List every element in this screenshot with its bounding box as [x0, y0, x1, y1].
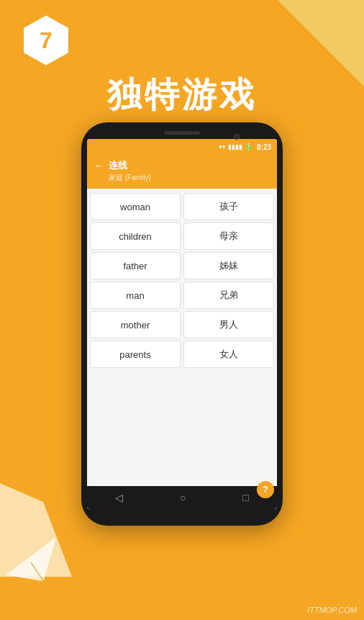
word-cell-left[interactable]: children	[90, 223, 181, 250]
phone-bottom-nav: ◁ ○ □	[87, 486, 277, 509]
badge-number: 7	[40, 27, 53, 54]
phone-camera	[234, 134, 240, 140]
app-header: ← 连线 家庭 (Family)	[87, 155, 277, 189]
help-button[interactable]: ?	[257, 481, 274, 498]
word-cell-right[interactable]: 兄弟	[183, 282, 274, 309]
word-cell-right[interactable]: 女人	[183, 341, 274, 368]
watermark: ITTMOP.COM	[307, 606, 357, 614]
battery-icon: 🔋	[245, 143, 252, 150]
status-icons: ▾▾ ▮▮▮▮ 🔋 8:23	[219, 143, 271, 151]
signal-icon: ▮▮▮▮	[228, 143, 242, 150]
main-title: 独特游戏	[0, 72, 364, 118]
word-cell-right[interactable]: 姊妹	[183, 252, 274, 279]
word-row: children母亲	[90, 223, 274, 250]
word-cell-left[interactable]: parents	[90, 341, 181, 368]
word-row: father姊妹	[90, 252, 274, 279]
hex-badge: 7	[20, 14, 72, 66]
header-subtitle: 家庭 (Family)	[109, 173, 270, 183]
word-row: woman孩子	[90, 193, 274, 220]
word-cell-right[interactable]: 孩子	[183, 193, 274, 220]
wifi-icon: ▾▾	[219, 143, 226, 150]
word-row: man兄弟	[90, 282, 274, 309]
paper-plane-decoration	[6, 537, 56, 580]
phone-speaker	[164, 131, 200, 135]
word-cell-left[interactable]: mother	[90, 311, 181, 338]
game-area: woman孩子children母亲father姊妹man兄弟mother男人pa…	[87, 189, 277, 486]
phone-mockup: ▾▾ ▮▮▮▮ 🔋 8:23 ← 连线 家庭 (Family) woman孩子c…	[81, 122, 283, 526]
word-row: mother男人	[90, 311, 274, 338]
status-time: 8:23	[257, 143, 271, 151]
header-row: ← 连线	[94, 159, 270, 172]
nav-home-button[interactable]: ○	[180, 492, 186, 503]
word-cell-left[interactable]: woman	[90, 193, 181, 220]
word-cell-right[interactable]: 男人	[183, 311, 274, 338]
header-title: 连线	[109, 159, 127, 172]
phone-outer: ▾▾ ▮▮▮▮ 🔋 8:23 ← 连线 家庭 (Family) woman孩子c…	[81, 122, 283, 526]
svg-marker-1	[6, 537, 56, 581]
status-bar: ▾▾ ▮▮▮▮ 🔋 8:23	[87, 139, 277, 155]
phone-screen: ▾▾ ▮▮▮▮ 🔋 8:23 ← 连线 家庭 (Family) woman孩子c…	[87, 139, 277, 509]
back-button[interactable]: ←	[94, 160, 104, 171]
word-cell-left[interactable]: man	[90, 282, 181, 309]
nav-back-button[interactable]: ◁	[115, 492, 123, 503]
word-row: parents女人	[90, 341, 274, 368]
nav-recent-button[interactable]: □	[242, 492, 248, 503]
word-cell-left[interactable]: father	[90, 252, 181, 279]
word-cell-right[interactable]: 母亲	[183, 223, 274, 250]
